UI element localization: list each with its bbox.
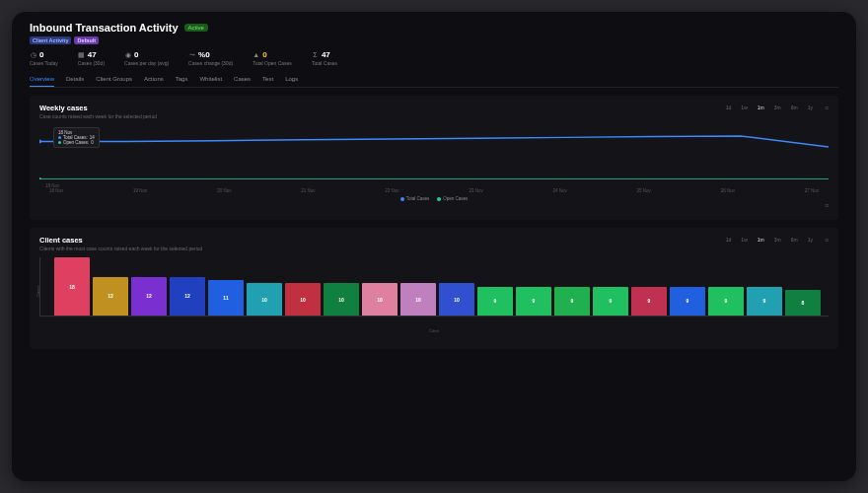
dot-icon — [400, 197, 404, 201]
page-header: Inbound Transaction Activity Active — [30, 22, 838, 34]
metric-label: Total Cases — [312, 60, 337, 66]
bar[interactable]: 9 — [516, 287, 551, 317]
bar[interactable]: 9 — [708, 287, 744, 317]
gauge-icon: ◉ — [124, 51, 131, 58]
sum-icon: Σ — [312, 51, 319, 58]
bar[interactable]: 10 — [439, 283, 474, 316]
metric: ◷ 0 Cases Today — [30, 50, 58, 66]
time-filter-1m[interactable]: 1m — [756, 236, 766, 244]
time-filter-1d[interactable]: 1d — [724, 236, 734, 244]
bar[interactable]: 9 — [593, 287, 628, 317]
data-point — [39, 177, 41, 179]
metric-label: Cases (30d) — [78, 60, 105, 66]
metric: ◉ 0 Cases per day (avg) — [124, 50, 169, 66]
bar-xlabel: Client — [39, 328, 829, 333]
data-point — [39, 140, 41, 144]
metric-value: 0 — [134, 50, 138, 59]
bar[interactable]: 18 — [54, 257, 90, 316]
weekly-x-labels: 18 Nov19 Nov20 Nov21 Nov22 Nov23 Nov24 N… — [39, 188, 829, 193]
bar[interactable]: 11 — [208, 280, 244, 316]
tab-logs[interactable]: Logs — [285, 72, 298, 87]
page-title: Inbound Transaction Activity — [30, 22, 179, 34]
tab-test[interactable]: Test — [262, 72, 273, 87]
metric-value: 0 — [262, 50, 266, 59]
x-tick-label: 23 Nov — [469, 188, 482, 193]
bar[interactable]: 9 — [670, 287, 705, 317]
time-filter-1m[interactable]: 1m — [756, 104, 766, 111]
bar[interactable]: 10 — [400, 283, 436, 316]
x-tick-label: 19 Nov — [133, 188, 147, 193]
hamburger-icon[interactable]: ≡ — [825, 202, 829, 209]
bar[interactable]: 12 — [131, 277, 167, 316]
metrics-row: ◷ 0 Cases Today ▦ 47 Cases (30d) ◉ 0 Cas… — [30, 50, 838, 66]
tab-overview[interactable]: Overview — [30, 72, 54, 87]
bar[interactable]: 10 — [324, 283, 359, 316]
dot-icon — [437, 197, 441, 201]
time-filter-1d[interactable]: 1d — [724, 104, 734, 111]
time-filter-3m[interactable]: 3m — [772, 236, 783, 244]
weekly-cases-card: Weekly cases Case counts raised each wee… — [30, 96, 838, 220]
bar[interactable]: 8 — [785, 290, 821, 316]
clock-icon: ◷ — [30, 51, 36, 58]
bar[interactable]: 12 — [93, 277, 128, 316]
bars-container: 1812121211101010101010999999998 — [39, 257, 829, 317]
client-title: Client cases — [39, 236, 202, 245]
metric-label: Total Open Cases — [253, 60, 292, 66]
time-filter-6m[interactable]: 6m — [789, 104, 800, 111]
tag-client-activity[interactable]: Client Activity — [30, 36, 71, 44]
time-filter-1y[interactable]: 1y — [806, 236, 815, 244]
tag-default[interactable]: Default — [74, 36, 99, 44]
app-shell: Inbound Transaction Activity Active Clie… — [12, 12, 856, 481]
calendar-icon: ▦ — [78, 51, 85, 58]
bar[interactable]: 9 — [477, 287, 513, 317]
bar[interactable]: 9 — [631, 287, 667, 317]
tab-bar: OverviewDetailsClient GroupsActionsTagsW… — [30, 72, 838, 88]
flame-icon: ▲ — [253, 51, 259, 58]
metric: Σ 47 Total Cases — [312, 50, 337, 66]
tag-row: Client Activity Default — [30, 36, 838, 44]
metric-label: Cases change (30d) — [188, 60, 233, 66]
x-tick-label: 25 Nov — [637, 188, 651, 193]
x-tick-label: 26 Nov — [721, 188, 735, 193]
hamburger-icon[interactable]: ≡ — [825, 237, 829, 244]
weekly-time-filters: 1d1w1m3m6m1y≡ — [724, 104, 829, 111]
x-tick-label: 18 Nov — [49, 188, 63, 193]
tab-details[interactable]: Details — [66, 72, 84, 87]
metric: ⤳ %0 Cases change (30d) — [188, 50, 233, 66]
chart-tooltip: 18 Nov Total Cases: 14 Open Cases: 0 — [53, 127, 100, 148]
metric-value: %0 — [198, 50, 210, 59]
metric: ▲ 0 Total Open Cases — [253, 50, 292, 66]
x-tick-label: 22 Nov — [385, 188, 398, 193]
tab-tags[interactable]: Tags — [176, 72, 188, 87]
time-filter-1y[interactable]: 1y — [806, 104, 815, 111]
x-tick-label: 27 Nov — [805, 188, 819, 193]
x-tick-label: 21 Nov — [301, 188, 315, 193]
bar[interactable]: 10 — [285, 283, 321, 316]
tab-client-groups[interactable]: Client Groups — [96, 72, 132, 87]
bar[interactable]: 12 — [170, 277, 205, 316]
time-filter-6m[interactable]: 6m — [789, 236, 800, 244]
x-tick-label: 20 Nov — [217, 188, 231, 193]
weekly-title: Weekly cases — [39, 104, 157, 112]
weekly-subtitle: Case counts raised each week for the sel… — [39, 113, 157, 119]
client-cases-card: Client cases Clients with the most case … — [30, 228, 838, 349]
dot-icon — [58, 136, 61, 139]
bar[interactable]: 9 — [747, 287, 782, 317]
time-filter-1w[interactable]: 1w — [739, 236, 749, 244]
legend-open: Open Cases — [443, 196, 468, 201]
bar[interactable]: 10 — [362, 283, 398, 316]
legend-total: Total Cases — [406, 196, 430, 201]
metric-label: Cases Today — [30, 60, 58, 66]
tab-actions[interactable]: Actions — [144, 72, 164, 87]
metric: ▦ 47 Cases (30d) — [78, 50, 105, 66]
hamburger-icon[interactable]: ≡ — [825, 105, 829, 111]
bar[interactable]: 9 — [554, 287, 590, 317]
weekly-line-chart: 18 Nov Total Cases: 14 Open Cases: 0 18 … — [39, 125, 829, 194]
tab-whitelist[interactable]: Whitelist — [199, 72, 222, 87]
time-filter-3m[interactable]: 3m — [772, 104, 783, 111]
bar[interactable]: 10 — [247, 283, 282, 316]
tab-cases[interactable]: Cases — [234, 72, 251, 87]
time-filter-1w[interactable]: 1w — [739, 104, 749, 111]
client-bar-chart: Cases 1812121211101010101010999999998 Cl… — [39, 257, 829, 341]
metric-value: 47 — [322, 50, 330, 59]
